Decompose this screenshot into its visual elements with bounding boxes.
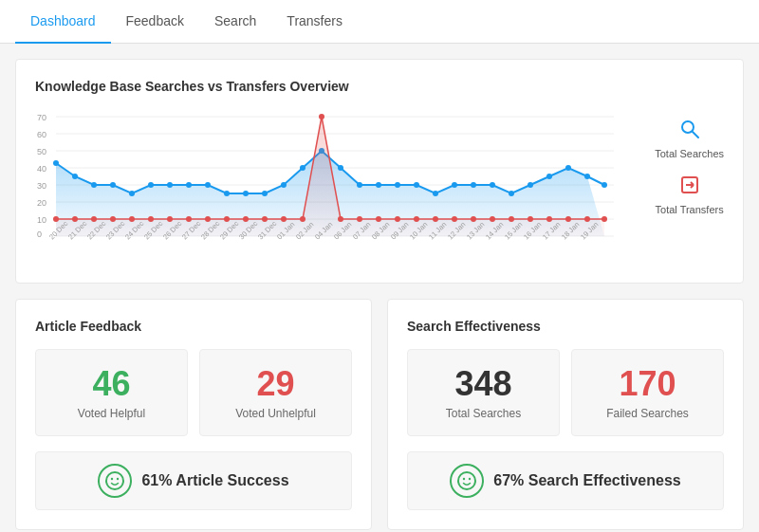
- svg-point-29: [281, 182, 287, 188]
- svg-point-36: [414, 182, 419, 188]
- search-effectiveness-title: Search Effectiveness: [407, 319, 724, 334]
- svg-point-59: [262, 216, 268, 222]
- svg-point-60: [281, 216, 287, 222]
- search-effectiveness-card: Search Effectiveness 348 Total Searches …: [387, 299, 744, 530]
- failed-searches-box: 170 Failed Searches: [571, 349, 724, 436]
- svg-point-45: [584, 174, 590, 179]
- svg-point-69: [452, 216, 457, 222]
- svg-point-26: [224, 191, 230, 196]
- article-success-row: 61% Article Success: [35, 451, 352, 510]
- voted-unhelpful-label: Voted Unhelpful: [215, 407, 336, 420]
- svg-point-53: [148, 216, 154, 222]
- failed-searches-label: Failed Searches: [587, 407, 708, 420]
- app-container: Dashboard Feedback Search Transfers Know…: [0, 0, 759, 532]
- svg-point-49: [72, 216, 78, 222]
- svg-point-50: [91, 216, 97, 222]
- article-success-text: 61% Article Success: [141, 472, 288, 489]
- svg-text:30: 30: [37, 181, 46, 191]
- svg-point-33: [357, 182, 362, 188]
- svg-point-17: [53, 160, 59, 166]
- tab-feedback[interactable]: Feedback: [111, 0, 199, 44]
- total-searches-value: 348: [423, 365, 544, 403]
- svg-point-23: [167, 182, 173, 188]
- svg-point-58: [243, 216, 249, 222]
- voted-unhelpful-box: 29 Voted Unhelpful: [199, 349, 352, 436]
- svg-point-44: [565, 165, 571, 171]
- article-feedback-card: Article Feedback 46 Voted Helpful 29 Vot…: [15, 299, 372, 530]
- voted-unhelpful-value: 29: [215, 365, 336, 403]
- svg-point-48: [53, 216, 59, 222]
- svg-point-114: [111, 477, 113, 479]
- search-effectiveness-text: 67% Search Effectiveness: [493, 472, 680, 489]
- svg-point-19: [91, 182, 97, 188]
- svg-point-55: [186, 216, 192, 222]
- svg-point-62: [319, 114, 324, 119]
- search-smiley-icon: [450, 464, 484, 498]
- svg-text:40: 40: [37, 164, 46, 174]
- svg-point-75: [565, 216, 571, 222]
- svg-point-63: [338, 216, 343, 222]
- svg-point-43: [546, 174, 552, 179]
- svg-point-46: [602, 182, 607, 188]
- svg-point-65: [376, 216, 381, 222]
- voted-helpful-value: 46: [51, 365, 172, 403]
- svg-point-38: [452, 182, 457, 188]
- transfer-icon: [679, 174, 700, 200]
- svg-point-40: [490, 182, 495, 188]
- tab-search[interactable]: Search: [199, 0, 271, 44]
- legend-total-transfers-label: Total Transfers: [656, 204, 724, 215]
- svg-text:0: 0: [37, 229, 42, 239]
- svg-point-71: [490, 216, 495, 222]
- chart-title: Knowledge Base Searches vs Transfers Ove…: [35, 79, 724, 94]
- svg-point-52: [129, 216, 135, 222]
- tab-dashboard[interactable]: Dashboard: [15, 0, 111, 44]
- svg-point-73: [528, 216, 533, 222]
- svg-point-21: [129, 191, 135, 196]
- svg-text:10: 10: [37, 215, 46, 225]
- voted-helpful-box: 46 Voted Helpful: [35, 349, 188, 436]
- voted-helpful-label: Voted Helpful: [51, 407, 172, 420]
- svg-point-76: [584, 216, 590, 222]
- svg-point-64: [357, 216, 362, 222]
- svg-point-118: [469, 477, 471, 479]
- svg-point-70: [471, 216, 476, 222]
- article-smiley-icon: [98, 464, 132, 498]
- svg-point-57: [224, 216, 230, 222]
- svg-point-27: [243, 191, 249, 196]
- svg-point-28: [262, 191, 268, 196]
- legend-total-searches: Total Searches: [655, 119, 724, 159]
- svg-point-61: [300, 216, 305, 222]
- search-effectiveness-row: 67% Search Effectiveness: [407, 451, 724, 510]
- legend-total-searches-label: Total Searches: [655, 148, 724, 159]
- svg-point-24: [186, 182, 192, 188]
- svg-point-18: [72, 174, 78, 179]
- svg-point-22: [148, 182, 154, 188]
- svg-point-51: [110, 216, 116, 222]
- svg-point-42: [528, 182, 533, 188]
- svg-point-54: [167, 216, 173, 222]
- svg-point-35: [395, 182, 400, 188]
- bottom-row: Article Feedback 46 Voted Helpful 29 Vot…: [15, 299, 744, 530]
- svg-point-34: [376, 182, 381, 188]
- chart-svg: 70 60 50 40 30 20 10 0: [35, 109, 623, 261]
- svg-point-66: [395, 216, 400, 222]
- article-feedback-title: Article Feedback: [35, 319, 352, 334]
- legend-total-transfers: Total Transfers: [655, 174, 724, 215]
- svg-line-108: [693, 132, 698, 138]
- tab-navigation: Dashboard Feedback Search Transfers: [0, 0, 759, 44]
- svg-point-67: [414, 216, 419, 222]
- svg-point-39: [471, 182, 476, 188]
- chart-svg-container: 70 60 50 40 30 20 10 0: [35, 109, 639, 264]
- chart-area: 70 60 50 40 30 20 10 0: [35, 109, 724, 264]
- svg-point-37: [433, 191, 438, 196]
- svg-text:20: 20: [37, 198, 46, 208]
- svg-point-117: [463, 477, 465, 479]
- svg-point-41: [509, 191, 514, 196]
- chart-card: Knowledge Base Searches vs Transfers Ove…: [15, 59, 744, 284]
- svg-point-116: [458, 472, 475, 489]
- total-searches-box: 348 Total Searches: [407, 349, 560, 436]
- tab-transfers[interactable]: Transfers: [271, 0, 358, 44]
- total-searches-label: Total Searches: [423, 407, 544, 420]
- svg-point-77: [602, 216, 607, 222]
- chart-legend: Total Searches Total Transfers: [655, 109, 724, 215]
